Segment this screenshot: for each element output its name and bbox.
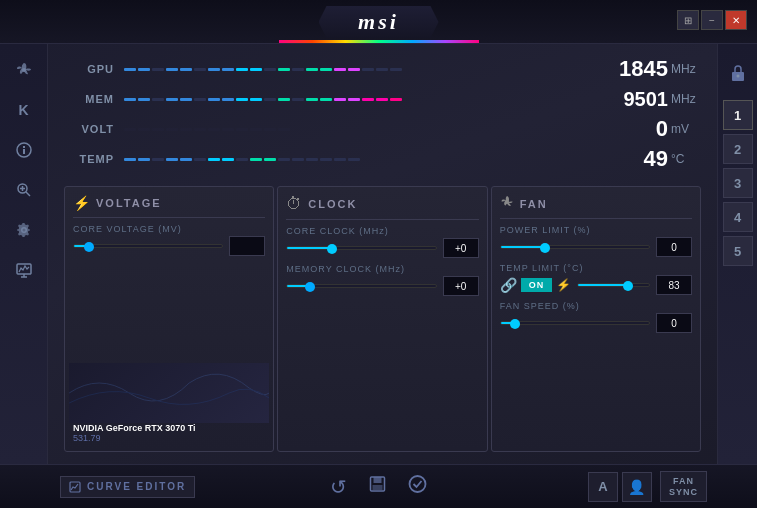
memory-clock-track[interactable] [286,284,436,288]
sidebar-icon-search[interactable] [8,174,40,206]
mem-label: MEM [64,93,114,105]
reset-button[interactable]: ↺ [330,475,347,499]
right-sidebar: 1 2 3 4 5 [717,44,757,464]
core-clock-group: CORE CLOCK (MHz) +0 [286,226,478,258]
voltage-slider-group: CORE VOLTAGE (MV) [73,224,265,256]
core-clock-label: CORE CLOCK (MHz) [286,226,478,236]
power-limit-group: POWER LIMIT (%) 0 [500,225,692,257]
core-clock-value: +0 [443,238,479,258]
gpu-unit: MHz [671,62,701,76]
temp-limit-track[interactable] [577,283,650,287]
svg-line-5 [26,192,30,196]
svg-rect-17 [372,485,382,490]
memory-clock-value: +0 [443,276,479,296]
volt-bar [124,125,613,133]
fan-speed-label: FAN SPEED (%) [500,301,692,311]
user-profile-button[interactable]: 👤 [622,472,652,502]
sidebar-icon-k[interactable]: K [8,94,40,126]
power-limit-value: 0 [656,237,692,257]
sidebar-icon-info[interactable] [8,134,40,166]
lock-icon [730,64,746,86]
temp-limit-label: TEMP LIMIT (°C) [500,263,692,273]
title-diamond: msi [319,6,439,38]
core-voltage-track[interactable] [73,244,223,248]
bottom-left: CURVE EDITOR [60,476,195,498]
core-clock-slider-row: +0 [286,238,478,258]
profile-2-button[interactable]: 2 [723,134,753,164]
memory-clock-group: MEMORY CLOCK (MHz) +0 [286,264,478,296]
curve-editor-button[interactable]: CURVE EDITOR [60,476,195,498]
svg-rect-2 [23,149,25,154]
sidebar-icon-gear[interactable] [8,214,40,246]
volt-label: VOLT [64,123,114,135]
fan-panel: FAN POWER LIMIT (%) 0 TEMP LIMIT (°C) [491,186,701,452]
left-sidebar: K [0,44,48,464]
power-limit-label: POWER LIMIT (%) [500,225,692,235]
svg-point-18 [409,476,425,492]
volt-unit: mV [671,122,701,136]
temp-limit-slider-row: 🔗 ON ⚡ 83 [500,275,692,295]
fan-panel-title: FAN [520,198,548,210]
rainbow-bar [279,40,479,43]
fan-on-toggle[interactable]: ON [521,278,553,292]
profile-5-button[interactable]: 5 [723,236,753,266]
mem-bar [124,95,613,103]
app-logo: msi [358,9,399,35]
core-voltage-value [229,236,265,256]
gpu-metric-row: GPU 1845 MHz [64,56,701,82]
bottom-bar: CURVE EDITOR ↺ A 👤 [0,464,757,508]
gpu-value: 1845 [613,56,668,82]
main-content: GPU 1845 MHz MEM [48,44,717,464]
voltage-panel-header: ⚡ VOLTAGE [73,195,265,218]
volt-metric-row: VOLT 0 mV [64,116,701,142]
fan-speed-slider-row: 0 [500,313,692,333]
power-limit-track[interactable] [500,245,650,249]
temp-limit-value: 83 [656,275,692,295]
memory-clock-slider-row: +0 [286,276,478,296]
temp-bar [124,155,613,163]
close-button[interactable]: ✕ [725,10,747,30]
sidebar-icon-fan[interactable] [8,54,40,86]
voltage-panel-title: VOLTAGE [96,197,162,209]
fan-sync-button[interactable]: FANSYNC [660,471,707,503]
sidebar-icon-monitor[interactable] [8,254,40,286]
minimize-button[interactable]: − [701,10,723,30]
memory-clock-label: MEMORY CLOCK (MHz) [286,264,478,274]
svg-rect-16 [373,477,381,483]
temp-value: 49 [613,146,668,172]
bottom-right: A 👤 FANSYNC [588,471,707,503]
link-icon[interactable]: 🔗 [500,277,517,293]
fan-panel-icon [500,195,514,212]
profile-4-button[interactable]: 4 [723,202,753,232]
apply-button[interactable] [407,474,427,499]
temp-label: TEMP [64,153,114,165]
profile-3-button[interactable]: 3 [723,168,753,198]
gpu-driver: 531.79 [73,433,265,443]
lightning-btn[interactable]: ⚡ [556,278,571,292]
clock-icon: ⏱ [286,195,302,213]
title-bar: msi ⊞ − ✕ [0,0,757,44]
mem-value: 9501 [613,88,668,111]
bottom-center: ↺ [330,474,427,499]
power-limit-slider-row: 0 [500,237,692,257]
core-clock-track[interactable] [286,246,436,250]
user-a-button[interactable]: A [588,472,618,502]
mem-unit: MHz [671,92,701,106]
profile-1-button[interactable]: 1 [723,100,753,130]
app-window: msi ⊞ − ✕ K [0,0,757,508]
volt-value: 0 [613,116,668,142]
core-voltage-label: CORE VOLTAGE (MV) [73,224,265,234]
fan-speed-value: 0 [656,313,692,333]
clock-panel-header: ⏱ CLOCK [286,195,478,220]
fan-panel-header: FAN [500,195,692,219]
gpu-name: NVIDIA GeForce RTX 3070 Ti [73,423,265,433]
grid-button[interactable]: ⊞ [677,10,699,30]
temp-metric-row: TEMP 49 °C [64,146,701,172]
save-button[interactable] [367,474,387,499]
voltage-icon: ⚡ [73,195,90,211]
core-voltage-slider-row [73,236,265,256]
mem-metric-row: MEM 9501 MHz [64,86,701,112]
curve-editor-label: CURVE EDITOR [87,481,186,492]
fan-speed-track[interactable] [500,321,650,325]
voltage-panel: ⚡ VOLTAGE CORE VOLTAGE (MV) [64,186,274,452]
